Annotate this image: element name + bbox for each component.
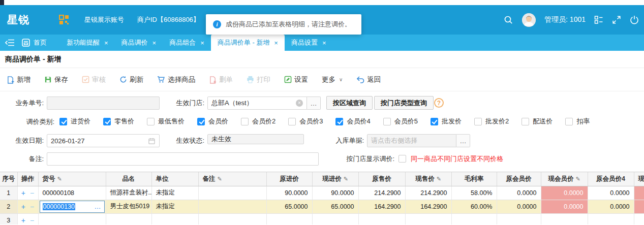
store-select-input[interactable]: 总部A（test） × xyxy=(207,97,307,110)
remove-row-button[interactable]: − xyxy=(30,189,34,197)
settings-button[interactable]: 设置 xyxy=(284,75,308,84)
price-type-option[interactable]: 会员价2 xyxy=(241,117,275,126)
tab-item[interactable]: 商品设置 × xyxy=(285,35,333,51)
more-button[interactable]: 更多 ∨ xyxy=(322,75,343,84)
cell-sku[interactable]: 000000108 xyxy=(38,186,106,200)
table-row[interactable]: 1 +− 000000108 恒源祥盒装衬... 未指定 90.0000 90.… xyxy=(0,186,644,200)
cell-sku[interactable] xyxy=(38,213,106,224)
select-goods-button[interactable]: 选择商品 xyxy=(157,75,195,84)
effective-date-label: 生效日期: xyxy=(0,134,44,147)
cell-note[interactable] xyxy=(198,200,266,213)
avatar[interactable] xyxy=(522,13,536,27)
remove-row-button[interactable]: − xyxy=(30,216,34,224)
tab-label: 商品调价 xyxy=(121,38,148,47)
close-icon[interactable]: × xyxy=(152,40,157,46)
admin-user-label[interactable]: 管理员: 1001 xyxy=(544,15,586,24)
price-type-option[interactable]: 批发价 xyxy=(431,117,462,126)
col-new-in-price[interactable]: 现进价✎ xyxy=(312,172,358,186)
audit-button[interactable]: 审核 xyxy=(82,75,106,84)
printer-icon xyxy=(247,76,254,83)
cell-new-member[interactable]: 0.0000 xyxy=(541,200,588,213)
tab-item[interactable]: 商品调价 × xyxy=(115,35,163,51)
cell-new-sell[interactable] xyxy=(405,213,451,224)
cell-old-member: 0.0000 xyxy=(497,186,541,200)
tab-item[interactable]: 商品组合 × xyxy=(163,35,211,51)
sku-editor[interactable]: 000000130 … xyxy=(40,201,105,213)
cell-new-sell[interactable]: 164.2900 xyxy=(405,200,451,213)
col-sku[interactable]: 货号✎ xyxy=(38,172,106,186)
price-type-option[interactable]: 扣率 xyxy=(565,117,590,126)
price-type-option[interactable]: 会员价 xyxy=(197,117,228,126)
close-icon[interactable]: × xyxy=(274,40,278,46)
save-button[interactable]: 保存 xyxy=(44,75,68,84)
cell-new-member4[interactable] xyxy=(634,200,644,213)
sku-picker-button[interactable]: … xyxy=(95,203,102,210)
back-button[interactable]: 返回 xyxy=(356,75,381,84)
table-row-selected[interactable]: 2 +− 000000130 … 男士皮包5019 未指定 65.0000 65… xyxy=(0,200,644,213)
checkbox-label: 会员价2 xyxy=(252,117,275,126)
effective-date-input[interactable]: 2026-01-27 xyxy=(47,134,160,147)
price-type-option[interactable]: 会员价3 xyxy=(288,117,323,126)
query-by-region-button[interactable]: 按区域查询 xyxy=(326,96,373,110)
cell-new-member4[interactable] xyxy=(634,213,644,224)
store-picker-button[interactable]: … xyxy=(307,97,321,110)
add-row-button[interactable]: + xyxy=(21,203,25,211)
price-type-option[interactable]: 批发价2 xyxy=(474,117,509,126)
price-type-option[interactable]: 进货价 xyxy=(59,117,90,126)
cell-new-member4[interactable] xyxy=(634,186,644,200)
close-icon[interactable]: × xyxy=(104,40,108,46)
cell-new-sell[interactable]: 214.2900 xyxy=(405,186,451,200)
close-icon[interactable]: × xyxy=(322,40,326,46)
inbound-doc-input[interactable]: 请点击右侧选择 xyxy=(367,134,456,147)
clear-icon[interactable]: × xyxy=(296,100,303,107)
price-type-option[interactable]: 配送价 xyxy=(522,117,553,126)
tab-home[interactable]: 首页 xyxy=(22,38,47,47)
collapse-sidebar-icon[interactable] xyxy=(5,39,15,47)
price-type-option[interactable]: 零售价 xyxy=(103,117,134,126)
remove-row-button[interactable]: − xyxy=(30,203,34,211)
search-icon[interactable] xyxy=(503,15,513,25)
price-type-option[interactable]: 会员价4 xyxy=(335,117,370,126)
col-note[interactable]: 备注✎ xyxy=(198,172,266,186)
close-icon[interactable]: × xyxy=(200,40,204,46)
remark-input[interactable] xyxy=(47,152,319,166)
inbound-picker-button[interactable]: … xyxy=(456,134,470,147)
refresh-button[interactable]: 刷新 xyxy=(119,75,143,84)
cell-new-member[interactable]: 0.0000 xyxy=(541,186,588,200)
add-row-button[interactable]: + xyxy=(21,216,25,224)
new-button[interactable]: 新增 xyxy=(7,75,30,84)
qr-code-icon[interactable] xyxy=(59,15,69,25)
query-by-store-type-button[interactable]: 按门店类型查询 xyxy=(374,96,434,110)
fullscreen-icon[interactable] xyxy=(612,15,621,24)
account-name[interactable]: 星锐展示账号 xyxy=(84,15,124,24)
help-icon[interactable]: ? xyxy=(434,98,444,108)
power-icon[interactable] xyxy=(630,15,639,24)
cell-new-in[interactable]: 65.0000 xyxy=(312,200,358,213)
col-new-sell-price[interactable]: 现售价✎ xyxy=(405,172,451,186)
cell-new-in[interactable] xyxy=(312,213,358,224)
delete-order-button[interactable]: 删单 xyxy=(209,75,233,84)
layout-list-icon[interactable] xyxy=(594,15,603,24)
cell-unit: 未指定 xyxy=(151,200,198,213)
button-label: 删单 xyxy=(219,75,233,84)
cell-note[interactable] xyxy=(198,186,266,200)
tab-item[interactable]: 新功能提醒 × xyxy=(60,35,115,51)
add-row-button[interactable]: + xyxy=(21,189,25,197)
price-type-option[interactable]: 会员价5 xyxy=(383,117,418,126)
tab-item-active[interactable]: 商品调价单 - 新增 × xyxy=(211,35,285,51)
table-row-empty[interactable]: 3 +− xyxy=(0,213,644,224)
checkbox-icon xyxy=(103,118,111,125)
print-button[interactable]: 打印 xyxy=(247,75,270,84)
business-no-input[interactable] xyxy=(47,97,160,110)
cell-new-in[interactable]: 90.0000 xyxy=(312,186,358,200)
per-store-checkbox[interactable] xyxy=(398,155,406,163)
merchant-id: 商户ID【60868806】 xyxy=(137,15,200,24)
cell-sku-editing[interactable]: 000000130 … xyxy=(38,200,106,213)
cell-note[interactable] xyxy=(198,213,266,224)
price-type-option[interactable]: 最低售价 xyxy=(147,117,185,126)
col-old-member-price: 原会员价 xyxy=(497,172,541,186)
cell-old-in xyxy=(266,213,312,224)
cell-new-member[interactable] xyxy=(541,213,588,224)
checkbox-label: 进货价 xyxy=(71,117,90,126)
col-new-member-price[interactable]: 现会员价✎ xyxy=(541,172,588,186)
